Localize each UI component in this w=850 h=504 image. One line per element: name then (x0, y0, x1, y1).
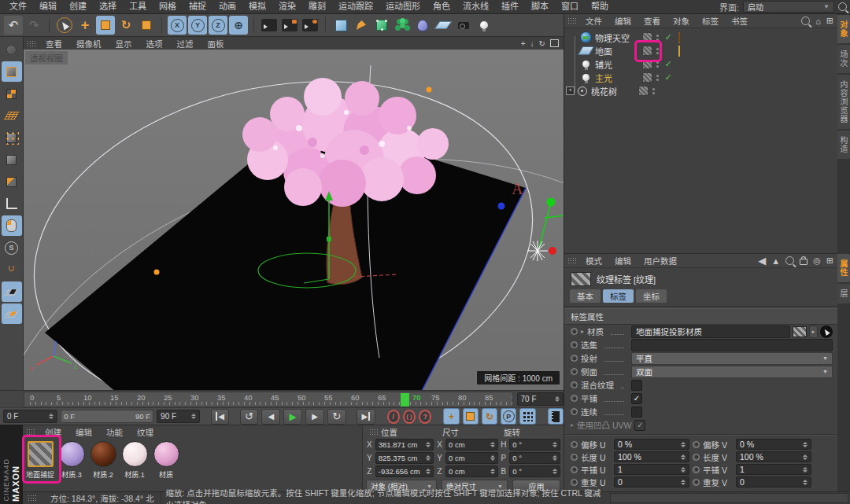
material-swatch-sphere[interactable] (91, 441, 116, 467)
om-menu-file[interactable]: 文件 (579, 15, 608, 27)
tab-objects[interactable]: 对象 (837, 15, 850, 43)
spinner-icon[interactable] (49, 414, 54, 419)
repeat-u-field[interactable]: 0 (614, 476, 689, 487)
length-u-field[interactable]: 100 % (614, 451, 689, 462)
record-scale-toggle[interactable] (463, 408, 479, 425)
tiles-u-field[interactable]: 1 (614, 464, 689, 475)
make-preview-button[interactable] (548, 408, 564, 425)
object-name[interactable]: 辅光 (595, 58, 636, 71)
layer-square-icon[interactable] (638, 86, 649, 96)
layer-square-icon[interactable] (642, 46, 652, 56)
material-item[interactable]: 材质.3 (57, 441, 86, 480)
projection-dropdown[interactable]: 平直 ▼ (631, 352, 833, 365)
menu-motion-tracker[interactable]: 运动跟踪 (332, 0, 379, 13)
material-menu-button[interactable]: ▸ (809, 326, 818, 338)
object-name[interactable]: 桃花树 (591, 85, 632, 97)
lock-z-axis-button[interactable]: Z (209, 16, 227, 35)
attr-menu-user-data[interactable]: 用户数据 (638, 255, 683, 267)
menu-animate[interactable]: 动画 (213, 0, 242, 13)
om-menu-bookmarks[interactable]: 书签 (725, 15, 754, 27)
add-cube-button[interactable] (331, 16, 350, 35)
menu-sculpt[interactable]: 雕刻 (302, 0, 332, 13)
previous-frame-button[interactable]: ◀ (261, 409, 280, 425)
offset-u-field[interactable]: 0 % (614, 439, 689, 450)
layer-square-icon[interactable] (642, 72, 652, 83)
menu-edit[interactable]: 编辑 (33, 0, 63, 13)
menu-script[interactable]: 脚本 (525, 0, 555, 13)
play-backwards-button[interactable]: ↺ (240, 409, 259, 425)
render-settings-button[interactable] (301, 16, 320, 35)
om-menu-edit[interactable]: 编辑 (608, 15, 638, 27)
om-menu-objects[interactable]: 对象 (667, 15, 696, 27)
visibility-dots-icon[interactable] (652, 88, 655, 94)
end-frame-field[interactable]: 90 F (157, 410, 200, 423)
twirl-icon[interactable]: ▸ (581, 328, 584, 335)
keyframe-radio-icon[interactable] (571, 381, 578, 388)
texture-mode-button[interactable] (2, 83, 22, 104)
material-link-field[interactable]: 地面捕捉投影材质 (631, 326, 790, 338)
coordinate-system-button[interactable]: ⊕ (229, 16, 248, 35)
enable-axis-button[interactable] (2, 193, 22, 214)
tab-tag[interactable]: 标签 (603, 289, 634, 303)
view-label[interactable]: 透视视图 (25, 51, 68, 64)
enable-snap-button[interactable]: ∩ (2, 259, 22, 280)
spinner-icon[interactable] (191, 414, 196, 419)
add-tab-icon[interactable]: ⊞ (826, 256, 833, 266)
go-to-end-button[interactable]: ▶ (357, 409, 375, 425)
pos-x-field[interactable]: 381.871 cm (375, 439, 434, 451)
lock-x-axis-button[interactable]: X (168, 16, 187, 35)
panel-grip[interactable] (567, 257, 576, 264)
lock-workplane-button[interactable] (2, 281, 22, 302)
search-icon[interactable] (785, 256, 794, 265)
tab-takes[interactable]: 场次 (837, 45, 850, 73)
menu-snap[interactable]: 捕捉 (183, 0, 213, 13)
panel-grip[interactable] (27, 40, 35, 47)
move-tool[interactable]: + (76, 16, 94, 35)
viewport-menu-cameras[interactable]: 摄像机 (69, 38, 109, 50)
object-name[interactable]: 地面 (595, 45, 636, 57)
points-mode-button[interactable] (2, 127, 22, 148)
keyframe-radio-icon[interactable] (693, 479, 700, 486)
menu-mesh[interactable]: 网格 (153, 0, 183, 13)
seamless-checkbox[interactable] (631, 407, 642, 418)
material-swatch-sphere[interactable] (122, 441, 148, 467)
record-position-toggle[interactable]: + (443, 408, 459, 425)
tag-properties-section-header[interactable]: 标签属性 (564, 308, 837, 325)
go-to-start-button[interactable]: ◀ (211, 409, 230, 425)
keyframe-radio-icon[interactable] (693, 466, 700, 473)
parent-up-icon[interactable]: ▲ (771, 256, 780, 266)
menu-help[interactable]: 帮助 (585, 0, 615, 13)
snap-settings-button[interactable]: S (2, 237, 22, 258)
object-row-fill-light[interactable]: 辅光 ✓ (564, 57, 837, 71)
object-name-selected[interactable]: 主光 (595, 72, 636, 84)
rotate-tool[interactable]: ↻ (116, 16, 135, 35)
add-deformer-button[interactable] (393, 16, 412, 35)
menu-pipeline[interactable]: 流水线 (456, 0, 495, 13)
panel-grip[interactable] (26, 429, 35, 436)
texture-tag-icon[interactable] (678, 46, 680, 56)
lock-icon[interactable] (800, 259, 808, 265)
last-tool[interactable] (137, 16, 156, 35)
menu-render[interactable]: 渲染 (272, 0, 302, 13)
record-parameter-toggle[interactable]: P (501, 408, 516, 425)
panel-grip[interactable] (369, 429, 378, 436)
edges-mode-button[interactable] (2, 149, 22, 170)
material-menu-texture[interactable]: 纹理 (130, 426, 161, 438)
material-swatch-sphere[interactable] (153, 441, 179, 467)
selection-input[interactable] (631, 339, 833, 351)
menu-mograph[interactable]: 运动图形 (379, 0, 427, 13)
render-view-button[interactable] (260, 16, 279, 35)
material-menu-edit[interactable]: 编辑 (68, 426, 99, 438)
attr-menu-edit[interactable]: 编辑 (608, 255, 638, 267)
menu-plugins[interactable]: 插件 (495, 0, 525, 13)
attr-menu-mode[interactable]: 模式 (579, 255, 608, 267)
keyframe-radio-icon[interactable] (571, 441, 578, 448)
rot-h-field[interactable]: 0 ° (509, 439, 560, 451)
viewport-menu-panel[interactable]: 面板 (201, 38, 231, 50)
tab-structure[interactable]: 构造 (837, 131, 850, 159)
keyframe-radio-icon[interactable] (571, 355, 578, 362)
mix-textures-checkbox[interactable] (631, 380, 642, 391)
layer-square-icon[interactable] (642, 32, 652, 42)
search-icon[interactable] (838, 2, 847, 11)
viewport-menu-display[interactable]: 显示 (109, 38, 139, 50)
